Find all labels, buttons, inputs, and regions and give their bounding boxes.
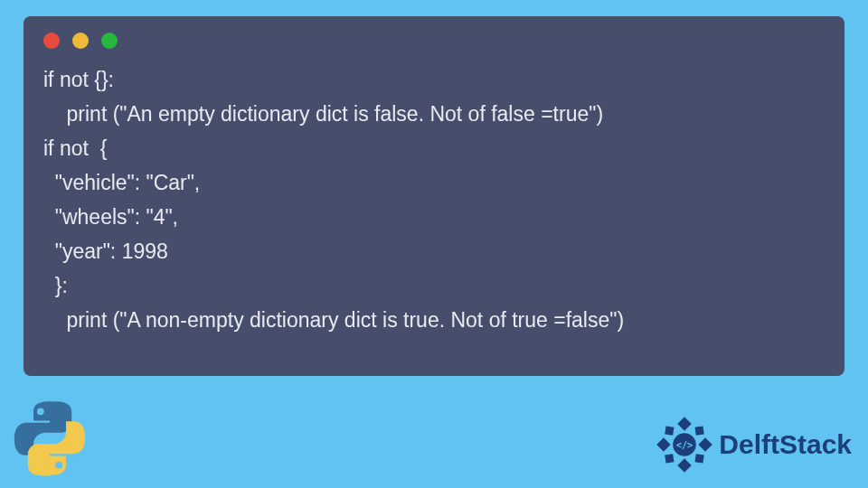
code-line: print ("A non-empty dictionary dict is t… — [43, 308, 624, 332]
code-block: if not {}: print ("An empty dictionary d… — [43, 63, 825, 338]
svg-marker-1 — [678, 458, 692, 472]
code-line: "year": 1998 — [43, 239, 168, 263]
code-line: if not { — [43, 136, 107, 160]
python-logo-icon — [11, 399, 89, 477]
svg-marker-5 — [695, 427, 704, 436]
code-line: print ("An empty dictionary dict is fals… — [43, 102, 603, 126]
svg-marker-4 — [665, 427, 675, 436]
code-line: }: — [43, 274, 68, 297]
code-line: "wheels": "4", — [43, 205, 178, 229]
svg-marker-2 — [657, 437, 671, 451]
delftstack-logo-icon: </> — [656, 416, 713, 474]
window-controls — [43, 33, 825, 49]
svg-marker-6 — [665, 454, 675, 463]
svg-text:</>: </> — [676, 439, 693, 450]
brand: </> DelftStack — [656, 416, 852, 474]
code-window: if not {}: print ("An empty dictionary d… — [24, 16, 844, 376]
brand-name: DelftStack — [719, 429, 852, 460]
svg-marker-7 — [695, 454, 704, 463]
svg-marker-3 — [699, 437, 712, 451]
code-line: if not {}: — [43, 68, 114, 91]
svg-marker-0 — [678, 417, 692, 430]
minimize-icon — [72, 33, 89, 49]
maximize-icon — [101, 33, 118, 49]
close-icon — [43, 33, 60, 49]
code-line: "vehicle": "Car", — [43, 171, 200, 194]
